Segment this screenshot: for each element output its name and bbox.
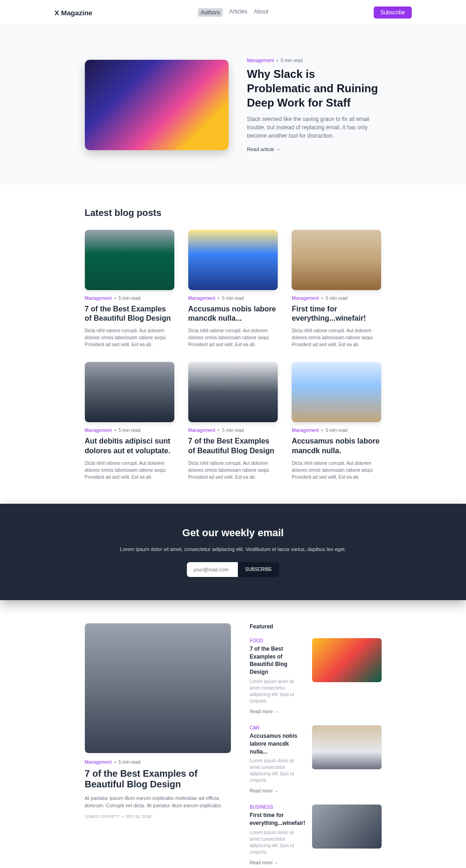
featured-item[interactable]: CAR Accusamus nobis labore mancdk nulla.… <box>249 725 381 794</box>
hero-image <box>85 60 229 150</box>
latest-title: Latest blog posts <box>85 208 382 218</box>
nav-about[interactable]: About <box>254 8 268 17</box>
post-card[interactable]: Management • 5 min read 7 of the Best Ex… <box>188 362 278 481</box>
card-image <box>85 230 174 290</box>
featured-main-title[interactable]: 7 of the Best Examples of Beautiful Blog… <box>85 768 231 790</box>
read-more-link[interactable]: Read more → <box>249 860 278 865</box>
card-image <box>85 362 174 422</box>
card-excerpt: Dicta nihil ratione corrupti. Aut dolore… <box>292 327 381 348</box>
card-excerpt: Dicta nihil ratione corrupti. Aut dolore… <box>188 460 278 481</box>
featured-item[interactable]: FOOD 7 of the Best Examples of Beautiful… <box>249 638 381 715</box>
hero-description: Slack seemed like the saving grace to fi… <box>247 115 382 140</box>
featured-thumb <box>312 638 382 682</box>
post-card[interactable]: Management • 5 min read Accusamus nobis … <box>188 230 278 348</box>
newsletter-email-input[interactable] <box>187 562 238 577</box>
featured-main-desc: At pariatur ipsum illum earum explicabo … <box>85 794 231 810</box>
card-title: First time for everything...winefair! <box>292 304 381 324</box>
card-title: Accusamus nobis labore mancdk nulla. <box>292 437 381 456</box>
featured-item-title: Accusamus nobis labore mancdk nulla... <box>249 732 305 755</box>
newsletter-title: Get our weekly email <box>0 527 466 539</box>
featured-label: Featured <box>249 623 381 630</box>
post-card[interactable]: Management • 5 min read Aut debitis adip… <box>85 362 174 481</box>
card-image <box>292 362 381 422</box>
card-title: 7 of the Best Examples of Beautiful Blog… <box>188 437 278 456</box>
post-card[interactable]: Management • 5 min read 7 of the Best Ex… <box>85 230 174 348</box>
featured-item-title: First time for everything...winefair! <box>249 811 305 827</box>
main-nav: Authors Articles About <box>198 8 268 17</box>
logo[interactable]: X Magazine <box>55 9 93 17</box>
featured-item-title: 7 of the Best Examples of Beautiful Blog… <box>249 645 305 676</box>
read-more-link[interactable]: Read more → <box>249 709 278 714</box>
nav-articles[interactable]: Articles <box>229 8 247 17</box>
card-image <box>292 230 381 290</box>
hero-title[interactable]: Why Slack is Problematic and Ruining Dee… <box>247 67 382 110</box>
featured-category: FOOD <box>249 638 305 643</box>
featured-item[interactable]: BUSINESS First time for everything...win… <box>249 805 381 866</box>
nav-authors[interactable]: Authors <box>198 8 223 17</box>
hero-meta: Management • 5 min read <box>247 58 382 63</box>
subscribe-button[interactable]: Subscribe <box>374 6 411 19</box>
card-title: Accusamus nobis labore mancdk nulla... <box>188 304 278 324</box>
read-more-link[interactable]: Read more → <box>249 788 278 793</box>
card-image <box>188 230 278 290</box>
card-excerpt: Dicta nihil ratione corrupti. Aut dolore… <box>85 327 174 348</box>
card-excerpt: Dicta nihil ratione corrupti. Aut dolore… <box>85 460 174 481</box>
featured-category: CAR <box>249 725 305 730</box>
post-card[interactable]: Management • 5 min read First time for e… <box>292 230 381 348</box>
card-image <box>188 362 278 422</box>
byline: JAMES CORVETT • SEP 20, 2030 <box>85 814 231 819</box>
read-article-link[interactable]: Read article → <box>247 146 382 152</box>
featured-thumb <box>312 725 382 769</box>
featured-thumb <box>312 805 382 849</box>
card-excerpt: Dicta nihil ratione corrupti. Aut dolore… <box>292 460 381 481</box>
featured-category: BUSINESS <box>249 805 305 810</box>
newsletter-description: Lorem ipsum dolor sit amet, consectetur … <box>0 546 466 552</box>
newsletter-subscribe-button[interactable]: SUBSCRIBE <box>238 562 280 577</box>
featured-main-image <box>85 623 231 753</box>
card-title: Aut debitis adipisci sunt dolores aut et… <box>85 437 174 456</box>
card-excerpt: Dicta nihil ratione corrupti. Aut dolore… <box>188 327 278 348</box>
card-title: 7 of the Best Examples of Beautiful Blog… <box>85 304 174 324</box>
post-card[interactable]: Management • 5 min read Accusamus nobis … <box>292 362 381 481</box>
